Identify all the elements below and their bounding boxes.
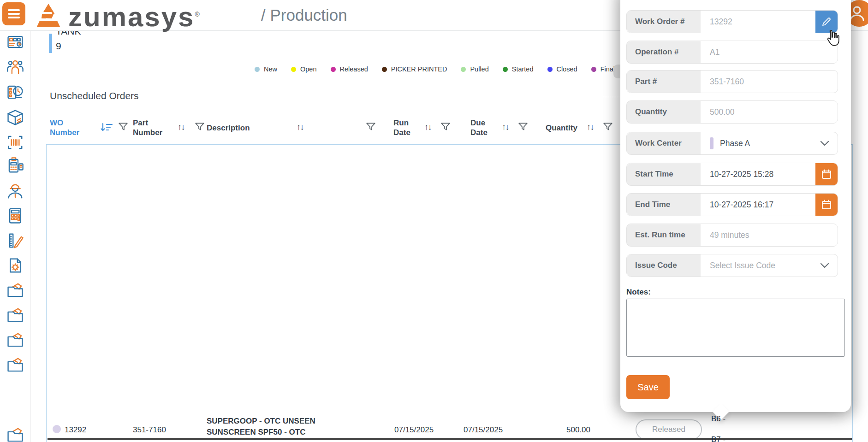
- sidebar-item-operator[interactable]: [6, 183, 24, 200]
- zumasys-logo-icon: [33, 3, 64, 29]
- est-run-time-value: 49 minutes: [701, 224, 838, 246]
- legend-dot: [255, 67, 260, 72]
- sidebar-item-folder-doc-2[interactable]: [6, 306, 24, 324]
- notes-label: Notes:: [626, 288, 651, 297]
- production-scheduler-screen: zumasys® / Production TANK 9 New Open Re…: [0, 0, 868, 442]
- field-row-end-time: End Time 10-27-2025 16:17: [626, 193, 838, 216]
- legend-dot: [591, 67, 596, 72]
- sidebar-item-folder-doc-5[interactable]: [6, 426, 24, 442]
- sidebar-item-schedule[interactable]: [6, 83, 24, 101]
- column-header-wo-number[interactable]: WO Number: [50, 114, 94, 141]
- sort-icon[interactable]: ↑↓: [297, 123, 303, 131]
- column-header-part-number[interactable]: Part Number: [133, 114, 172, 141]
- bottom-edge: [48, 438, 852, 440]
- issue-code-select[interactable]: Select Issue Code: [701, 254, 838, 277]
- quantity-input[interactable]: 500.00: [701, 101, 838, 123]
- field-label: Est. Run time: [627, 224, 701, 246]
- column-header-run-date[interactable]: Run Date: [393, 114, 420, 141]
- chevron-down-icon: [820, 141, 829, 146]
- sidebar-item-folder-doc-3[interactable]: [6, 331, 24, 349]
- field-row-operation: Operation # A1: [626, 41, 838, 64]
- field-label: Quantity: [627, 101, 701, 123]
- legend-dot: [291, 67, 296, 72]
- legend-item: New: [255, 65, 277, 73]
- legend-dot: [331, 67, 336, 72]
- sort-icon[interactable]: ↑↓: [178, 123, 184, 131]
- work-center-select[interactable]: Phase A: [701, 132, 838, 154]
- part-input[interactable]: 351-7160: [701, 71, 838, 93]
- operation-edit-popover: Work Order # 13292 Operation # A1 Part #…: [620, 0, 851, 412]
- order-wo-number[interactable]: 13292: [65, 425, 86, 435]
- legend-dot: [382, 67, 387, 72]
- slot-label-b7: B7 -: [711, 435, 725, 442]
- legend-item: Closed: [547, 65, 577, 73]
- work-order-input[interactable]: 13292: [701, 11, 815, 33]
- hamburger-icon: [8, 9, 20, 11]
- breadcrumb: / Production: [261, 5, 347, 26]
- filter-icon[interactable]: [366, 122, 376, 132]
- sidebar: [0, 0, 30, 442]
- legend-item: Pulled: [461, 65, 488, 73]
- field-row-issue-code: Issue Code Select Issue Code: [626, 254, 838, 277]
- order-run-date: 07/15/2025: [394, 425, 434, 435]
- sidebar-item-calculator[interactable]: [6, 207, 24, 224]
- filter-icon[interactable]: [603, 122, 613, 132]
- order-quantity: 500.00: [544, 425, 590, 435]
- field-row-start-time: Start Time 10-27-2025 15:28: [626, 163, 838, 186]
- start-time-input[interactable]: 10-27-2025 15:28: [701, 163, 815, 185]
- brand-wordmark: zumasys®: [68, 0, 201, 32]
- legend-dot: [547, 67, 553, 72]
- start-time-calendar-button[interactable]: [815, 163, 838, 185]
- sidebar-item-dashboard[interactable]: [6, 33, 24, 51]
- field-row-work-center: Work Center Phase A: [626, 132, 838, 155]
- field-label: Work Order #: [627, 11, 701, 33]
- sidebar-item-barcode-scan[interactable]: [6, 134, 24, 151]
- order-status-dot: [53, 425, 61, 433]
- operation-input[interactable]: A1: [701, 41, 838, 63]
- filter-icon[interactable]: [195, 122, 205, 132]
- calendar-icon: [821, 169, 832, 180]
- filter-icon[interactable]: [440, 122, 451, 132]
- field-label: End Time: [627, 194, 701, 216]
- field-row-work-order: Work Order # 13292: [626, 10, 838, 33]
- legend-item: PICKER PRINTED: [382, 65, 447, 73]
- sidebar-item-pos-terminal[interactable]: [6, 157, 24, 174]
- field-label: Issue Code: [627, 254, 701, 277]
- column-header-description[interactable]: Description: [207, 114, 267, 141]
- sidebar-item-document-settings[interactable]: [6, 257, 24, 274]
- sort-icon[interactable]: ↑↓: [502, 123, 509, 131]
- sort-icon[interactable]: ↑↓: [424, 123, 431, 131]
- edit-work-order-button[interactable]: [815, 11, 838, 33]
- legend-item: Started: [503, 65, 534, 73]
- field-label: Operation #: [627, 41, 701, 63]
- slot-label-b6: B6 -: [711, 414, 725, 424]
- notes-textarea[interactable]: [626, 299, 845, 357]
- end-time-input[interactable]: 10-27-2025 16:17: [701, 194, 815, 216]
- filter-icon[interactable]: [118, 122, 128, 132]
- order-status-badge: Released: [636, 419, 702, 440]
- status-legend: New Open Released PICKER PRINTED Pulled …: [255, 65, 620, 73]
- legend-item: Released: [331, 65, 368, 73]
- legend-item: Open: [291, 65, 316, 73]
- sidebar-item-folder-doc-4[interactable]: [6, 356, 24, 374]
- save-button[interactable]: Save: [626, 375, 670, 399]
- sort-icon[interactable]: ↑↓: [587, 123, 594, 131]
- order-description: SUPERGOOP - OTC UNSEEN SUNSCREEN SPF50 -…: [207, 416, 315, 438]
- filter-icon[interactable]: [518, 122, 528, 132]
- calendar-icon: [821, 199, 832, 210]
- pencil-icon: [821, 16, 832, 27]
- sort-desc-icon[interactable]: [101, 123, 113, 133]
- field-row-est-run-time: Est. Run time 49 minutes: [626, 224, 838, 247]
- sidebar-item-measure-design[interactable]: [6, 232, 24, 249]
- field-label: Start Time: [627, 163, 701, 185]
- end-time-calendar-button[interactable]: [815, 194, 838, 216]
- column-header-quantity[interactable]: Quantity: [546, 114, 587, 141]
- column-header-due-date[interactable]: Due Date: [470, 114, 497, 141]
- resource-number: 9: [56, 41, 61, 52]
- order-part-number: 351-7160: [133, 425, 166, 435]
- legend-dot: [461, 67, 466, 72]
- sidebar-item-team[interactable]: [6, 58, 24, 76]
- hamburger-menu-button[interactable]: [2, 2, 25, 25]
- sidebar-item-inventory-box[interactable]: [6, 109, 24, 126]
- sidebar-item-folder-doc-1[interactable]: [6, 282, 24, 299]
